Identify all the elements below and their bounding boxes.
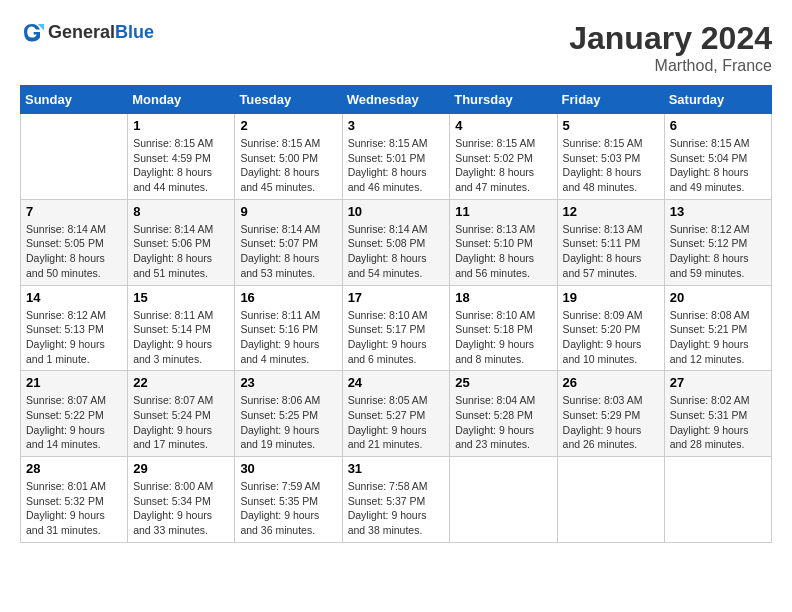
calendar-cell: 13Sunrise: 8:12 AM Sunset: 5:12 PM Dayli… <box>664 199 771 285</box>
calendar-cell: 26Sunrise: 8:03 AM Sunset: 5:29 PM Dayli… <box>557 371 664 457</box>
calendar-cell: 10Sunrise: 8:14 AM Sunset: 5:08 PM Dayli… <box>342 199 450 285</box>
cell-info: Sunrise: 8:08 AM Sunset: 5:21 PM Dayligh… <box>670 308 766 367</box>
day-number: 22 <box>133 375 229 390</box>
logo: GeneralBlue <box>20 20 154 44</box>
day-number: 28 <box>26 461 122 476</box>
day-header-sunday: Sunday <box>21 86 128 114</box>
day-number: 23 <box>240 375 336 390</box>
cell-info: Sunrise: 8:15 AM Sunset: 5:04 PM Dayligh… <box>670 136 766 195</box>
cell-info: Sunrise: 8:07 AM Sunset: 5:24 PM Dayligh… <box>133 393 229 452</box>
calendar-title: January 2024 <box>569 20 772 57</box>
cell-info: Sunrise: 8:13 AM Sunset: 5:11 PM Dayligh… <box>563 222 659 281</box>
day-header-thursday: Thursday <box>450 86 557 114</box>
cell-info: Sunrise: 8:07 AM Sunset: 5:22 PM Dayligh… <box>26 393 122 452</box>
logo-general-text: General <box>48 22 115 42</box>
calendar-cell: 18Sunrise: 8:10 AM Sunset: 5:18 PM Dayli… <box>450 285 557 371</box>
calendar-cell: 12Sunrise: 8:13 AM Sunset: 5:11 PM Dayli… <box>557 199 664 285</box>
cell-info: Sunrise: 8:14 AM Sunset: 5:05 PM Dayligh… <box>26 222 122 281</box>
calendar-cell: 16Sunrise: 8:11 AM Sunset: 5:16 PM Dayli… <box>235 285 342 371</box>
calendar-cell: 14Sunrise: 8:12 AM Sunset: 5:13 PM Dayli… <box>21 285 128 371</box>
day-number: 18 <box>455 290 551 305</box>
calendar-cell: 3Sunrise: 8:15 AM Sunset: 5:01 PM Daylig… <box>342 114 450 200</box>
calendar-week-row: 28Sunrise: 8:01 AM Sunset: 5:32 PM Dayli… <box>21 457 772 543</box>
day-number: 12 <box>563 204 659 219</box>
cell-info: Sunrise: 8:04 AM Sunset: 5:28 PM Dayligh… <box>455 393 551 452</box>
calendar-week-row: 1Sunrise: 8:15 AM Sunset: 4:59 PM Daylig… <box>21 114 772 200</box>
day-number: 15 <box>133 290 229 305</box>
calendar-cell: 25Sunrise: 8:04 AM Sunset: 5:28 PM Dayli… <box>450 371 557 457</box>
calendar-cell: 1Sunrise: 8:15 AM Sunset: 4:59 PM Daylig… <box>128 114 235 200</box>
cell-info: Sunrise: 8:15 AM Sunset: 5:03 PM Dayligh… <box>563 136 659 195</box>
day-number: 20 <box>670 290 766 305</box>
cell-info: Sunrise: 8:12 AM Sunset: 5:12 PM Dayligh… <box>670 222 766 281</box>
day-number: 30 <box>240 461 336 476</box>
cell-info: Sunrise: 8:15 AM Sunset: 4:59 PM Dayligh… <box>133 136 229 195</box>
calendar-cell: 7Sunrise: 8:14 AM Sunset: 5:05 PM Daylig… <box>21 199 128 285</box>
cell-info: Sunrise: 8:15 AM Sunset: 5:02 PM Dayligh… <box>455 136 551 195</box>
calendar-cell: 31Sunrise: 7:58 AM Sunset: 5:37 PM Dayli… <box>342 457 450 543</box>
cell-info: Sunrise: 8:06 AM Sunset: 5:25 PM Dayligh… <box>240 393 336 452</box>
cell-info: Sunrise: 8:15 AM Sunset: 5:00 PM Dayligh… <box>240 136 336 195</box>
day-number: 21 <box>26 375 122 390</box>
logo-icon <box>20 20 44 44</box>
calendar-cell: 6Sunrise: 8:15 AM Sunset: 5:04 PM Daylig… <box>664 114 771 200</box>
day-number: 17 <box>348 290 445 305</box>
calendar-body: 1Sunrise: 8:15 AM Sunset: 4:59 PM Daylig… <box>21 114 772 543</box>
day-number: 26 <box>563 375 659 390</box>
day-number: 5 <box>563 118 659 133</box>
cell-info: Sunrise: 8:15 AM Sunset: 5:01 PM Dayligh… <box>348 136 445 195</box>
day-number: 3 <box>348 118 445 133</box>
calendar-cell: 30Sunrise: 7:59 AM Sunset: 5:35 PM Dayli… <box>235 457 342 543</box>
calendar-cell: 23Sunrise: 8:06 AM Sunset: 5:25 PM Dayli… <box>235 371 342 457</box>
cell-info: Sunrise: 8:14 AM Sunset: 5:07 PM Dayligh… <box>240 222 336 281</box>
cell-info: Sunrise: 8:11 AM Sunset: 5:16 PM Dayligh… <box>240 308 336 367</box>
calendar-cell: 4Sunrise: 8:15 AM Sunset: 5:02 PM Daylig… <box>450 114 557 200</box>
calendar-cell: 2Sunrise: 8:15 AM Sunset: 5:00 PM Daylig… <box>235 114 342 200</box>
day-header-saturday: Saturday <box>664 86 771 114</box>
day-number: 7 <box>26 204 122 219</box>
cell-info: Sunrise: 8:01 AM Sunset: 5:32 PM Dayligh… <box>26 479 122 538</box>
calendar-week-row: 14Sunrise: 8:12 AM Sunset: 5:13 PM Dayli… <box>21 285 772 371</box>
day-header-wednesday: Wednesday <box>342 86 450 114</box>
cell-info: Sunrise: 7:58 AM Sunset: 5:37 PM Dayligh… <box>348 479 445 538</box>
logo-blue-text: Blue <box>115 22 154 42</box>
day-number: 4 <box>455 118 551 133</box>
cell-info: Sunrise: 8:02 AM Sunset: 5:31 PM Dayligh… <box>670 393 766 452</box>
cell-info: Sunrise: 8:11 AM Sunset: 5:14 PM Dayligh… <box>133 308 229 367</box>
day-number: 2 <box>240 118 336 133</box>
calendar-cell: 5Sunrise: 8:15 AM Sunset: 5:03 PM Daylig… <box>557 114 664 200</box>
calendar-subtitle: Marthod, France <box>569 57 772 75</box>
day-number: 8 <box>133 204 229 219</box>
cell-info: Sunrise: 8:03 AM Sunset: 5:29 PM Dayligh… <box>563 393 659 452</box>
day-number: 1 <box>133 118 229 133</box>
day-number: 14 <box>26 290 122 305</box>
calendar-cell <box>21 114 128 200</box>
calendar-week-row: 21Sunrise: 8:07 AM Sunset: 5:22 PM Dayli… <box>21 371 772 457</box>
calendar-cell: 24Sunrise: 8:05 AM Sunset: 5:27 PM Dayli… <box>342 371 450 457</box>
calendar-cell: 19Sunrise: 8:09 AM Sunset: 5:20 PM Dayli… <box>557 285 664 371</box>
cell-info: Sunrise: 8:14 AM Sunset: 5:08 PM Dayligh… <box>348 222 445 281</box>
day-number: 31 <box>348 461 445 476</box>
day-number: 6 <box>670 118 766 133</box>
cell-info: Sunrise: 8:09 AM Sunset: 5:20 PM Dayligh… <box>563 308 659 367</box>
calendar-cell: 27Sunrise: 8:02 AM Sunset: 5:31 PM Dayli… <box>664 371 771 457</box>
day-number: 24 <box>348 375 445 390</box>
day-number: 16 <box>240 290 336 305</box>
calendar-cell: 22Sunrise: 8:07 AM Sunset: 5:24 PM Dayli… <box>128 371 235 457</box>
calendar-cell <box>664 457 771 543</box>
header: GeneralBlue January 2024 Marthod, France <box>20 20 772 75</box>
calendar-cell <box>450 457 557 543</box>
cell-info: Sunrise: 8:00 AM Sunset: 5:34 PM Dayligh… <box>133 479 229 538</box>
cell-info: Sunrise: 7:59 AM Sunset: 5:35 PM Dayligh… <box>240 479 336 538</box>
cell-info: Sunrise: 8:12 AM Sunset: 5:13 PM Dayligh… <box>26 308 122 367</box>
calendar-header-row: SundayMondayTuesdayWednesdayThursdayFrid… <box>21 86 772 114</box>
calendar-table: SundayMondayTuesdayWednesdayThursdayFrid… <box>20 85 772 543</box>
cell-info: Sunrise: 8:10 AM Sunset: 5:17 PM Dayligh… <box>348 308 445 367</box>
calendar-cell: 28Sunrise: 8:01 AM Sunset: 5:32 PM Dayli… <box>21 457 128 543</box>
day-number: 29 <box>133 461 229 476</box>
cell-info: Sunrise: 8:05 AM Sunset: 5:27 PM Dayligh… <box>348 393 445 452</box>
calendar-week-row: 7Sunrise: 8:14 AM Sunset: 5:05 PM Daylig… <box>21 199 772 285</box>
day-header-monday: Monday <box>128 86 235 114</box>
calendar-cell: 8Sunrise: 8:14 AM Sunset: 5:06 PM Daylig… <box>128 199 235 285</box>
cell-info: Sunrise: 8:14 AM Sunset: 5:06 PM Dayligh… <box>133 222 229 281</box>
